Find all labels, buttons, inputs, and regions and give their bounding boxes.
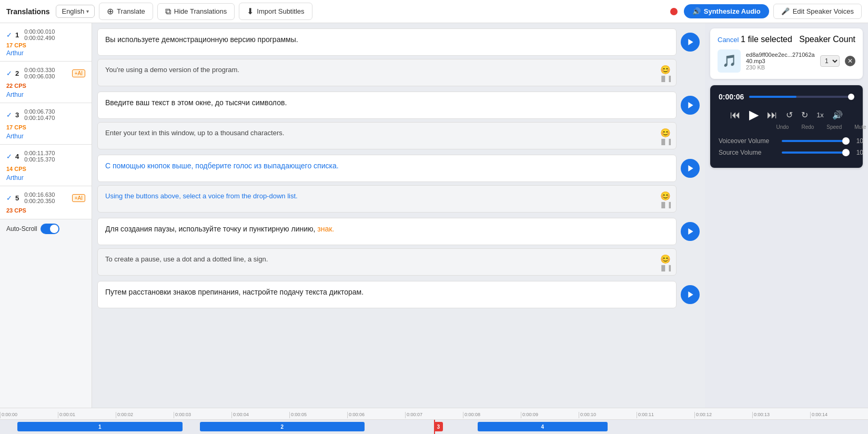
check-icon: ✓ <box>6 69 12 77</box>
source-text-4[interactable]: Для создания паузы, используйте точку и … <box>97 218 677 245</box>
translate-button[interactable]: ⊕ Translate <box>99 3 153 20</box>
ai-badge: +AI <box>72 194 85 202</box>
speaker-name[interactable]: Arthur <box>6 173 85 181</box>
auto-scroll-label: Auto-Scroll <box>6 225 37 233</box>
ruler-mark: 0:00:01 <box>58 412 116 418</box>
fast-forward-button[interactable]: ⏭ <box>767 109 778 121</box>
mic-icon: 🎤 <box>781 7 790 15</box>
translation-text-3[interactable]: Using the buttons above, select a voice … <box>97 185 677 213</box>
undo-button[interactable]: ↺ <box>786 110 793 120</box>
speaker-name[interactable]: Arthur <box>6 48 85 57</box>
close-file-button[interactable]: ✕ <box>845 56 855 66</box>
play-button-4[interactable] <box>681 222 700 241</box>
subtitle-number: 4 <box>15 153 19 160</box>
ruler-mark: 0:00:04 <box>231 412 289 418</box>
play-button-5[interactable] <box>681 285 700 304</box>
emoji-icon: 😊 <box>660 191 671 201</box>
source-text-3[interactable]: С помощью кнопок выше, подберите голос и… <box>97 155 677 182</box>
cancel-button[interactable]: Cancel <box>718 36 739 44</box>
redo-button[interactable]: ↻ <box>801 110 808 120</box>
subtitle-number: 1 <box>15 31 19 39</box>
translation-text-2[interactable]: Enter your text in this window, up to a … <box>97 122 677 149</box>
edit-speaker-button[interactable]: 🎤 Edit Speaker Voices <box>773 4 862 19</box>
ruler-mark: 0:00:07 <box>405 412 463 418</box>
translation-text-4[interactable]: To create a pause, use a dot and a dotte… <box>97 248 677 276</box>
play-button-3[interactable] <box>681 159 700 178</box>
time-end: 0:00:20.350 <box>24 198 55 204</box>
source-text-1[interactable]: Вы используете демонстрационную версию п… <box>97 28 677 56</box>
mute-label: Mute <box>854 124 866 130</box>
ruler-mark: 0:00:02 <box>116 412 174 418</box>
synthesize-audio-button[interactable]: 🔊 Synthesize Audio <box>684 4 769 18</box>
toggle-knob <box>50 225 58 233</box>
import-icon: ⬇ <box>247 6 254 16</box>
source-volume-slider[interactable] <box>782 152 850 154</box>
subtitle-number: 2 <box>15 69 19 77</box>
toolbar-title: Translations <box>6 7 49 16</box>
svg-marker-2 <box>688 165 693 171</box>
redo-label: Redo <box>801 124 814 130</box>
progress-thumb <box>848 94 854 100</box>
hide-translations-label: Hide Translations <box>174 7 227 15</box>
subtitle-number: 3 <box>15 111 19 119</box>
svg-marker-1 <box>688 102 693 108</box>
list-item: ✓ 2 0:00:03.330 0:00:06.030 +AI 22 CPS A… <box>0 62 92 103</box>
ruler-mark: 0:00:09 <box>521 412 579 418</box>
bars-icon: ▐▌▐ <box>660 139 671 145</box>
mute-button[interactable]: 🔊 <box>832 110 843 120</box>
svg-marker-3 <box>688 228 693 235</box>
track-segment-1: 1 <box>17 422 183 431</box>
file-card: Cancel 1 file selected Speaker Count 🎵 e… <box>710 28 863 79</box>
ruler-mark: 0:00:11 <box>637 412 694 418</box>
record-indicator <box>670 8 678 15</box>
file-size: 230 KB <box>746 64 815 70</box>
svg-marker-0 <box>688 39 693 45</box>
language-label: English <box>62 7 84 15</box>
player-card: 0:00:06 ⏮ ▶ ⏭ ↺ ↻ 1x 🔊 Undo Redo <box>710 85 863 168</box>
timeline-tracks: 1 2 3 4 <box>0 420 868 434</box>
playhead <box>434 420 435 434</box>
rewind-button[interactable]: ⏮ <box>730 109 741 121</box>
play-pause-button[interactable]: ▶ <box>749 107 759 122</box>
voiceover-volume-slider[interactable] <box>782 140 850 142</box>
timeline: 0:00:000:00:010:00:020:00:030:00:040:00:… <box>0 408 868 434</box>
speaker-name[interactable]: Arthur <box>6 90 85 98</box>
track-segment-2: 2 <box>200 422 365 431</box>
subtitle-block-5: Путем расстановки знаков препинания, нас… <box>97 281 700 308</box>
ruler-mark: 0:00:10 <box>579 412 637 418</box>
play-button-2[interactable] <box>681 96 700 115</box>
ruler-mark: 0:00:08 <box>463 412 521 418</box>
synthesize-audio-label: Synthesize Audio <box>704 7 761 15</box>
ruler-mark: 0:00:13 <box>752 412 810 418</box>
language-selector[interactable]: English ▾ <box>56 5 95 18</box>
ruler-mark: 0:00:12 <box>694 412 752 418</box>
edit-speaker-label: Edit Speaker Voices <box>793 7 854 15</box>
play-button-1[interactable] <box>681 33 700 52</box>
progress-bar[interactable] <box>749 96 854 98</box>
timeline-ruler: 0:00:000:00:010:00:020:00:030:00:040:00:… <box>0 408 868 420</box>
subtitle-block-1: Вы используете демонстрационную версию п… <box>97 28 700 86</box>
chevron-down-icon: ▾ <box>86 8 89 14</box>
speed-button[interactable]: 1x <box>816 111 824 119</box>
check-icon: ✓ <box>6 194 12 202</box>
ruler-mark: 0:00:05 <box>289 412 347 418</box>
speaker-count-select[interactable]: 123 <box>820 55 840 67</box>
translation-text-1[interactable]: You're using a demo version of the progr… <box>97 59 677 86</box>
import-subtitles-button[interactable]: ⬇ Import Subtitles <box>239 3 312 20</box>
auto-scroll-toggle[interactable] <box>41 224 59 234</box>
hide-translations-button[interactable]: ⧉ Hide Translations <box>157 3 235 20</box>
cps-badge: 17 CPS <box>6 42 26 48</box>
time-start: 0:00:00.010 <box>24 28 55 35</box>
toolbar: Translations English ▾ ⊕ Translate ⧉ Hid… <box>0 0 868 23</box>
emoji-icon: 😊 <box>660 254 671 264</box>
ruler-mark: 0:00:06 <box>347 412 405 418</box>
file-name: ed8a9ff00ee2ec...271062a40.mp3 <box>746 52 815 64</box>
wave-icon: 🔊 <box>692 7 701 15</box>
source-text-2[interactable]: Введите ваш текст в этом окне, до тысячи… <box>97 92 677 119</box>
voiceover-volume-label: Voiceover Volume <box>719 137 776 145</box>
speaker-name[interactable]: Arthur <box>6 132 85 140</box>
source-text-5[interactable]: Путем расстановки знаков препинания, нас… <box>97 281 677 308</box>
ruler-mark: 0:00:14 <box>810 412 868 418</box>
check-icon: ✓ <box>6 153 12 160</box>
speed-label: Speed <box>826 124 842 130</box>
